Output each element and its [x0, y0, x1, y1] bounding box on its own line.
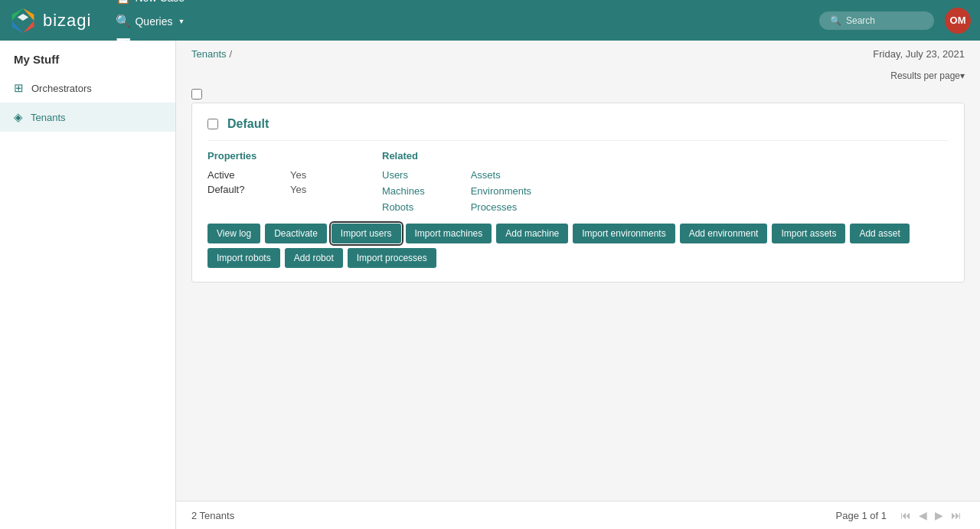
- btn-add-machine[interactable]: Add machine: [496, 224, 568, 243]
- new-case-icon: 📋: [116, 0, 131, 5]
- breadcrumb-tenants[interactable]: Tenants: [191, 48, 227, 60]
- btn-import-robots[interactable]: Import robots: [207, 248, 280, 268]
- sidebar-item-tenants[interactable]: ◈ Tenants: [0, 103, 175, 132]
- svg-marker-4: [18, 14, 28, 21]
- related-col-1: UsersMachinesRobots: [382, 169, 425, 213]
- nav-arrow-queries: ▼: [178, 18, 185, 25]
- next-page-btn[interactable]: ▶: [932, 508, 946, 523]
- logo[interactable]: bizagi: [9, 7, 91, 34]
- main-content: Tenants / Friday, July 23, 2021 Results …: [176, 41, 980, 529]
- orchestrators-sidebar-icon: ⊞: [14, 81, 24, 95]
- search-box[interactable]: 🔍 Search: [819, 11, 934, 30]
- queries-icon: 🔍: [116, 14, 131, 28]
- svg-marker-3: [23, 21, 34, 33]
- prop-value: Yes: [290, 169, 351, 181]
- card-divider: [207, 140, 949, 141]
- breadcrumb: Tenants /: [191, 48, 232, 60]
- related-link[interactable]: Processes: [471, 201, 531, 213]
- nav-label-queries: Queries: [135, 15, 172, 28]
- related-link[interactable]: Users: [382, 169, 425, 181]
- btn-import-environments[interactable]: Import environments: [573, 224, 675, 243]
- prop-value: Yes: [290, 184, 351, 195]
- tenant-card: Default Properties Active YesDefault? Ye…: [191, 103, 965, 282]
- card-actions: View logDeactivateImport usersImport mac…: [207, 224, 949, 268]
- btn-add-robot[interactable]: Add robot: [285, 248, 343, 268]
- nav-label-new-case: New Case: [135, 0, 185, 4]
- tenant-checkbox[interactable]: [207, 119, 218, 129]
- logo-text: bizagi: [43, 11, 91, 31]
- sidebar: My Stuff ⊞ Orchestrators◈ Tenants: [0, 41, 176, 529]
- related-link[interactable]: Robots: [382, 201, 425, 213]
- sidebar-title: My Stuff: [0, 41, 175, 73]
- nav-item-queries[interactable]: 🔍 Queries ▼: [106, 9, 229, 33]
- properties-title: Properties: [207, 150, 351, 162]
- tenant-name: Default: [227, 117, 269, 131]
- properties-section: Properties Active YesDefault? Yes: [207, 150, 351, 213]
- results-per-page-row: Results per page▾: [191, 67, 965, 86]
- related-link[interactable]: Assets: [471, 169, 531, 181]
- btn-import-processes[interactable]: Import processes: [348, 248, 436, 268]
- svg-marker-2: [12, 21, 23, 33]
- page-nav: ⏮ ◀ ▶ ⏭: [897, 508, 965, 523]
- btn-deactivate[interactable]: Deactivate: [265, 224, 327, 243]
- btn-import-assets[interactable]: Import assets: [772, 224, 845, 243]
- card-header-row: Default: [207, 117, 949, 131]
- prop-label: Default?: [207, 184, 284, 195]
- sidebar-label-tenants: Tenants: [31, 112, 66, 123]
- prop-table: Active YesDefault? Yes: [207, 169, 351, 195]
- list-checkbox-all[interactable]: [191, 89, 202, 100]
- related-title: Related: [382, 150, 531, 162]
- btn-add-environment[interactable]: Add environment: [680, 224, 768, 243]
- sidebar-label-orchestrators: Orchestrators: [31, 83, 92, 94]
- content-header: Tenants / Friday, July 23, 2021: [176, 41, 980, 67]
- content-body: Results per page▾ Default Properties Act…: [176, 67, 980, 501]
- select-all-checkbox[interactable]: [191, 89, 202, 100]
- related-col-2: AssetsEnvironmentsProcesses: [471, 169, 531, 213]
- btn-import-machines[interactable]: Import machines: [406, 224, 492, 243]
- topnav: bizagi 🏠 Me 📥 Inbox 📋 New Case ▼🔍 Querie…: [0, 0, 980, 41]
- results-per-page[interactable]: Results per page▾: [890, 70, 965, 81]
- sidebar-items: ⊞ Orchestrators◈ Tenants: [0, 73, 175, 132]
- btn-view-log[interactable]: View log: [207, 224, 260, 243]
- tenant-cards: Default Properties Active YesDefault? Ye…: [191, 103, 965, 282]
- breadcrumb-sep: /: [230, 48, 233, 60]
- sidebar-item-orchestrators[interactable]: ⊞ Orchestrators: [0, 73, 175, 103]
- card-sections: Properties Active YesDefault? YesRelated…: [207, 150, 949, 213]
- list-header: [191, 86, 965, 103]
- pagination: Page 1 of 1 ⏮ ◀ ▶ ⏭: [836, 508, 965, 523]
- first-page-btn[interactable]: ⏮: [897, 508, 914, 523]
- related-link[interactable]: Machines: [382, 185, 425, 197]
- pagination-info: Page 1 of 1: [836, 510, 887, 521]
- tenant-count: 2 Tenants: [191, 510, 234, 521]
- related-columns: UsersMachinesRobotsAssetsEnvironmentsPro…: [382, 169, 531, 213]
- btn-add-asset[interactable]: Add asset: [850, 224, 909, 243]
- avatar[interactable]: OM: [945, 8, 971, 34]
- last-page-btn[interactable]: ⏭: [948, 508, 965, 523]
- nav-arrow-new-case: ▼: [190, 0, 197, 2]
- btn-import-users[interactable]: Import users: [332, 224, 401, 243]
- date-display: Friday, July 23, 2021: [873, 48, 965, 60]
- tenants-sidebar-icon: ◈: [14, 110, 23, 124]
- related-section: Related UsersMachinesRobotsAssetsEnviron…: [382, 150, 531, 213]
- search-icon: 🔍: [830, 15, 841, 26]
- prop-label: Active: [207, 169, 284, 181]
- prev-page-btn[interactable]: ◀: [916, 508, 930, 523]
- search-label: Search: [846, 15, 875, 26]
- content-footer: 2 Tenants Page 1 of 1 ⏮ ◀ ▶ ⏭: [176, 501, 980, 529]
- nav-item-new-case[interactable]: 📋 New Case ▼: [106, 0, 229, 9]
- related-link[interactable]: Environments: [471, 185, 531, 197]
